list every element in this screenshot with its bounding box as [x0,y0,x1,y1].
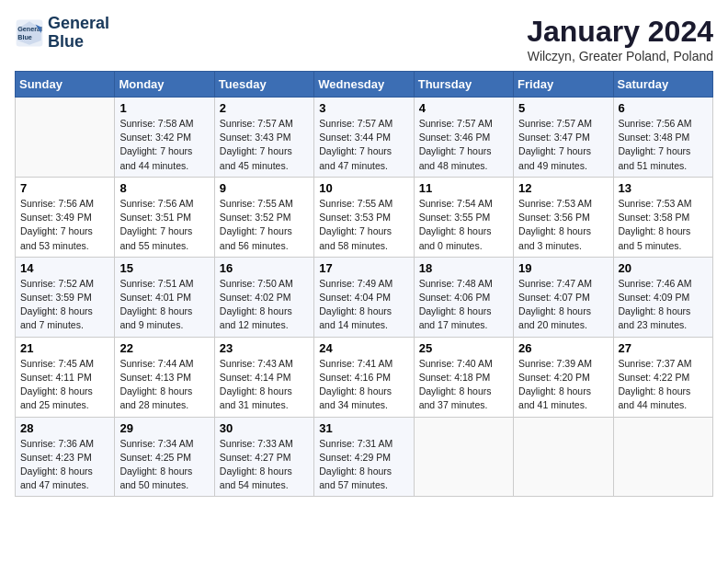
day-number: 1 [119,101,209,115]
day-info: Sunrise: 7:45 AMSunset: 4:11 PMDaylight:… [20,357,109,413]
calendar-cell: 11Sunrise: 7:54 AMSunset: 3:55 PMDayligh… [414,177,513,257]
day-number: 18 [419,261,508,275]
logo-icon: General Blue [15,18,44,48]
day-number: 19 [518,261,608,275]
calendar-cell: 2Sunrise: 7:57 AMSunset: 3:43 PMDaylight… [214,98,313,178]
calendar-cell: 12Sunrise: 7:53 AMSunset: 3:56 PMDayligh… [514,177,613,257]
calendar-week-row: 7Sunrise: 7:56 AMSunset: 3:49 PMDaylight… [16,177,713,257]
day-number: 5 [518,101,608,115]
day-info: Sunrise: 7:33 AMSunset: 4:27 PMDaylight:… [220,437,309,493]
day-info: Sunrise: 7:53 AMSunset: 3:58 PMDaylight:… [619,197,708,253]
day-number: 10 [319,181,408,195]
calendar-cell: 3Sunrise: 7:57 AMSunset: 3:44 PMDaylight… [314,98,414,178]
weekday-header-monday: Monday [115,72,214,98]
day-info: Sunrise: 7:44 AMSunset: 4:13 PMDaylight:… [119,357,209,413]
calendar-cell: 25Sunrise: 7:40 AMSunset: 4:18 PMDayligh… [414,337,513,417]
day-info: Sunrise: 7:55 AMSunset: 3:53 PMDaylight:… [319,197,408,253]
day-info: Sunrise: 7:36 AMSunset: 4:23 PMDaylight:… [20,437,109,493]
calendar-cell: 15Sunrise: 7:51 AMSunset: 4:01 PMDayligh… [115,257,214,337]
day-info: Sunrise: 7:52 AMSunset: 3:59 PMDaylight:… [20,277,109,333]
day-number: 22 [119,341,209,355]
calendar-cell: 28Sunrise: 7:36 AMSunset: 4:23 PMDayligh… [16,417,115,497]
weekday-header-thursday: Thursday [414,72,513,98]
day-number: 8 [119,181,209,195]
calendar-cell: 6Sunrise: 7:56 AMSunset: 3:48 PMDaylight… [613,98,712,178]
page-header: General Blue General Blue January 2024 W… [15,15,713,63]
day-info: Sunrise: 7:49 AMSunset: 4:04 PMDaylight:… [319,277,408,333]
day-info: Sunrise: 7:31 AMSunset: 4:29 PMDaylight:… [319,437,408,493]
day-number: 12 [518,181,608,195]
svg-text:Blue: Blue [17,33,32,41]
title-block: January 2024 Wilczyn, Greater Poland, Po… [527,15,713,63]
calendar-cell: 1Sunrise: 7:58 AMSunset: 3:42 PMDaylight… [115,98,214,178]
calendar-cell: 24Sunrise: 7:41 AMSunset: 4:16 PMDayligh… [314,337,414,417]
month-title: January 2024 [527,15,713,49]
weekday-header-tuesday: Tuesday [214,72,313,98]
day-info: Sunrise: 7:50 AMSunset: 4:02 PMDaylight:… [220,277,309,333]
calendar-cell: 22Sunrise: 7:44 AMSunset: 4:13 PMDayligh… [115,337,214,417]
calendar-week-row: 14Sunrise: 7:52 AMSunset: 3:59 PMDayligh… [16,257,713,337]
day-number: 27 [619,341,708,355]
calendar-cell: 10Sunrise: 7:55 AMSunset: 3:53 PMDayligh… [314,177,414,257]
calendar-cell [514,417,613,497]
day-info: Sunrise: 7:57 AMSunset: 3:47 PMDaylight:… [518,117,608,173]
calendar-cell: 13Sunrise: 7:53 AMSunset: 3:58 PMDayligh… [613,177,712,257]
calendar-cell: 27Sunrise: 7:37 AMSunset: 4:22 PMDayligh… [613,337,712,417]
day-info: Sunrise: 7:37 AMSunset: 4:22 PMDaylight:… [619,357,708,413]
calendar-cell: 9Sunrise: 7:55 AMSunset: 3:52 PMDaylight… [214,177,313,257]
calendar-cell [613,417,712,497]
day-info: Sunrise: 7:57 AMSunset: 3:44 PMDaylight:… [319,117,408,173]
calendar-cell: 19Sunrise: 7:47 AMSunset: 4:07 PMDayligh… [514,257,613,337]
calendar-cell: 21Sunrise: 7:45 AMSunset: 4:11 PMDayligh… [16,337,115,417]
day-number: 20 [619,261,708,275]
day-number: 2 [220,101,309,115]
calendar-cell: 14Sunrise: 7:52 AMSunset: 3:59 PMDayligh… [16,257,115,337]
day-number: 30 [220,421,309,435]
calendar-table: SundayMondayTuesdayWednesdayThursdayFrid… [15,71,713,497]
day-info: Sunrise: 7:51 AMSunset: 4:01 PMDaylight:… [119,277,209,333]
day-info: Sunrise: 7:53 AMSunset: 3:56 PMDaylight:… [518,197,608,253]
day-info: Sunrise: 7:57 AMSunset: 3:43 PMDaylight:… [220,117,309,173]
day-number: 24 [319,341,408,355]
day-info: Sunrise: 7:43 AMSunset: 4:14 PMDaylight:… [220,357,309,413]
day-number: 25 [419,341,508,355]
day-number: 15 [119,261,209,275]
day-info: Sunrise: 7:48 AMSunset: 4:06 PMDaylight:… [419,277,508,333]
day-number: 21 [20,341,109,355]
day-number: 11 [419,181,508,195]
weekday-header-sunday: Sunday [16,72,115,98]
day-info: Sunrise: 7:54 AMSunset: 3:55 PMDaylight:… [419,197,508,253]
calendar-cell: 31Sunrise: 7:31 AMSunset: 4:29 PMDayligh… [314,417,414,497]
calendar-cell: 8Sunrise: 7:56 AMSunset: 3:51 PMDaylight… [115,177,214,257]
calendar-cell: 20Sunrise: 7:46 AMSunset: 4:09 PMDayligh… [613,257,712,337]
calendar-cell [414,417,513,497]
day-info: Sunrise: 7:58 AMSunset: 3:42 PMDaylight:… [119,117,209,173]
calendar-cell: 4Sunrise: 7:57 AMSunset: 3:46 PMDaylight… [414,98,513,178]
day-number: 28 [20,421,109,435]
day-info: Sunrise: 7:56 AMSunset: 3:49 PMDaylight:… [20,197,109,253]
day-number: 14 [20,261,109,275]
calendar-cell: 5Sunrise: 7:57 AMSunset: 3:47 PMDaylight… [514,98,613,178]
day-info: Sunrise: 7:47 AMSunset: 4:07 PMDaylight:… [518,277,608,333]
calendar-cell: 23Sunrise: 7:43 AMSunset: 4:14 PMDayligh… [214,337,313,417]
day-number: 3 [319,101,408,115]
calendar-week-row: 28Sunrise: 7:36 AMSunset: 4:23 PMDayligh… [16,417,713,497]
day-number: 13 [619,181,708,195]
calendar-cell: 7Sunrise: 7:56 AMSunset: 3:49 PMDaylight… [16,177,115,257]
day-number: 6 [619,101,708,115]
calendar-week-row: 1Sunrise: 7:58 AMSunset: 3:42 PMDaylight… [16,98,713,178]
day-info: Sunrise: 7:46 AMSunset: 4:09 PMDaylight:… [619,277,708,333]
calendar-cell: 29Sunrise: 7:34 AMSunset: 4:25 PMDayligh… [115,417,214,497]
weekday-header-wednesday: Wednesday [314,72,414,98]
day-number: 16 [220,261,309,275]
day-info: Sunrise: 7:56 AMSunset: 3:51 PMDaylight:… [119,197,209,253]
day-number: 4 [419,101,508,115]
day-number: 7 [20,181,109,195]
calendar-cell: 17Sunrise: 7:49 AMSunset: 4:04 PMDayligh… [314,257,414,337]
day-info: Sunrise: 7:34 AMSunset: 4:25 PMDaylight:… [119,437,209,493]
weekday-header-row: SundayMondayTuesdayWednesdayThursdayFrid… [16,72,713,98]
day-info: Sunrise: 7:57 AMSunset: 3:46 PMDaylight:… [419,117,508,173]
calendar-week-row: 21Sunrise: 7:45 AMSunset: 4:11 PMDayligh… [16,337,713,417]
weekday-header-saturday: Saturday [613,72,712,98]
logo: General Blue General Blue [15,15,109,52]
